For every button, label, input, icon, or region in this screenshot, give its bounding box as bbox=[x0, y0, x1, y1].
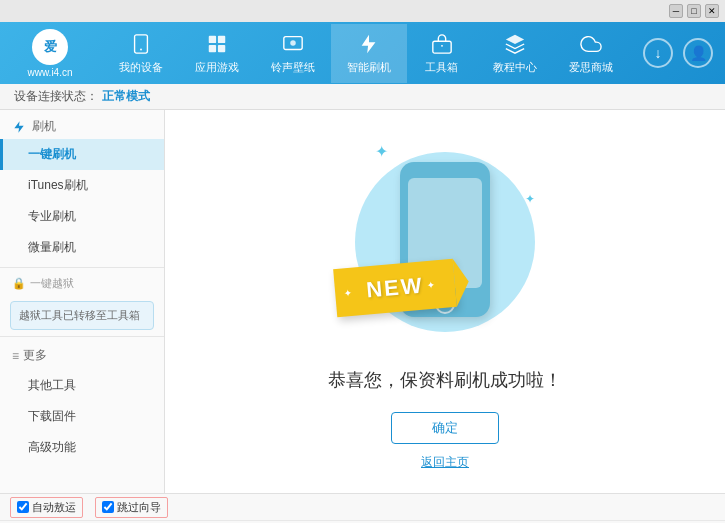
minimize-button[interactable]: ─ bbox=[669, 4, 683, 18]
status-label: 设备连接状态： bbox=[14, 88, 98, 105]
tutorial-icon bbox=[503, 32, 527, 56]
svg-rect-2 bbox=[208, 35, 215, 42]
sidebar-jailbreak-notice-text: 越狱工具已转移至工具箱 bbox=[19, 309, 140, 321]
auto-start-checkbox[interactable] bbox=[17, 501, 29, 513]
main-container: 刷机 一键刷机 iTunes刷机 专业刷机 微量刷机 🔒 一键越狱 越狱工具已转… bbox=[0, 110, 725, 493]
ringtone-icon bbox=[281, 32, 305, 56]
sidebar-item-itunes-flash[interactable]: iTunes刷机 bbox=[0, 170, 164, 201]
content-area: ✦ ✦ ✦ ✦ NEW ✦ 恭喜您，保资料刷机成功啦！ 确定 返回主页 bbox=[165, 110, 725, 493]
nav-app-game-label: 应用游戏 bbox=[195, 60, 239, 75]
success-message: 恭喜您，保资料刷机成功啦！ bbox=[328, 368, 562, 392]
sidebar-item-one-key-flash-label: 一键刷机 bbox=[28, 146, 76, 163]
sidebar-more-header: ≡ 更多 bbox=[0, 341, 164, 370]
svg-rect-3 bbox=[217, 35, 224, 42]
sidebar-flash-label: 刷机 bbox=[32, 118, 56, 135]
skip-wizard-checkbox[interactable] bbox=[102, 501, 114, 513]
title-bar: ─ □ ✕ bbox=[0, 0, 725, 22]
sidebar-item-pro-flash[interactable]: 专业刷机 bbox=[0, 201, 164, 232]
close-button[interactable]: ✕ bbox=[705, 4, 719, 18]
flash-section-icon bbox=[12, 120, 26, 134]
new-badge-text: NEW bbox=[365, 273, 424, 304]
status-value: 正常模式 bbox=[102, 88, 150, 105]
return-link[interactable]: 返回主页 bbox=[421, 454, 469, 471]
skip-wizard-label: 跳过向导 bbox=[117, 500, 161, 515]
auto-start-label: 自动敖运 bbox=[32, 500, 76, 515]
nav-smart-flash[interactable]: 智能刷机 bbox=[331, 24, 407, 83]
sparkle-1: ✦ bbox=[375, 142, 388, 161]
nav-my-device-label: 我的设备 bbox=[119, 60, 163, 75]
sidebar-item-itunes-flash-label: iTunes刷机 bbox=[28, 177, 88, 194]
nav-toolbox-label: 工具箱 bbox=[425, 60, 458, 75]
nav-tutorial-label: 教程中心 bbox=[493, 60, 537, 75]
auto-start-checkbox-label[interactable]: 自动敖运 bbox=[10, 497, 83, 518]
sidebar-more-label: 更多 bbox=[23, 347, 47, 364]
sidebar-item-advanced[interactable]: 高级功能 bbox=[0, 432, 164, 463]
sidebar-item-download-firmware[interactable]: 下载固件 bbox=[0, 401, 164, 432]
maximize-button[interactable]: □ bbox=[687, 4, 701, 18]
logo[interactable]: 爱 www.i4.cn bbox=[0, 29, 100, 78]
nav-smart-flash-label: 智能刷机 bbox=[347, 60, 391, 75]
sidebar-divider-2 bbox=[0, 336, 164, 337]
logo-icon: 爱 bbox=[32, 29, 68, 65]
nav-app-game[interactable]: 应用游戏 bbox=[179, 24, 255, 83]
skip-wizard-checkbox-label[interactable]: 跳过向导 bbox=[95, 497, 168, 518]
sidebar-jailbreak-label: 一键越狱 bbox=[30, 276, 74, 291]
sidebar-section-flash-header: 刷机 bbox=[0, 110, 164, 139]
sidebar-item-other-tools[interactable]: 其他工具 bbox=[0, 370, 164, 401]
checkbox-row: 自动敖运 跳过向导 bbox=[0, 494, 725, 521]
nav-right-buttons: ↓ 👤 bbox=[631, 38, 725, 68]
icloud-icon bbox=[579, 32, 603, 56]
sidebar-item-micro-flash-label: 微量刷机 bbox=[28, 239, 76, 256]
status-bar: 设备连接状态： 正常模式 bbox=[0, 84, 725, 110]
nav-toolbox[interactable]: 工具箱 bbox=[407, 24, 477, 83]
sidebar-item-one-key-flash[interactable]: 一键刷机 bbox=[0, 139, 164, 170]
sidebar-item-advanced-label: 高级功能 bbox=[28, 439, 76, 456]
nav-items: 我的设备 应用游戏 铃声壁纸 智能刷机 工具箱 bbox=[100, 24, 631, 83]
ribbon-star-left: ✦ bbox=[343, 286, 352, 298]
nav-ringtone-label: 铃声壁纸 bbox=[271, 60, 315, 75]
user-button[interactable]: 👤 bbox=[683, 38, 713, 68]
sidebar-item-other-tools-label: 其他工具 bbox=[28, 377, 76, 394]
nav-ringtone[interactable]: 铃声壁纸 bbox=[255, 24, 331, 83]
logo-url: www.i4.cn bbox=[27, 67, 72, 78]
download-button[interactable]: ↓ bbox=[643, 38, 673, 68]
nav-bar: 爱 www.i4.cn 我的设备 应用游戏 铃声壁纸 智能刷机 bbox=[0, 22, 725, 84]
svg-point-7 bbox=[290, 40, 296, 46]
svg-rect-5 bbox=[217, 44, 224, 51]
nav-icloud-label: 爱思商城 bbox=[569, 60, 613, 75]
nav-my-device[interactable]: 我的设备 bbox=[103, 24, 179, 83]
sidebar-jailbreak-header: 🔒 一键越狱 bbox=[0, 272, 164, 295]
nav-icloud[interactable]: 爱思商城 bbox=[553, 24, 629, 83]
success-illustration: ✦ ✦ ✦ ✦ NEW ✦ bbox=[345, 132, 545, 352]
toolbox-icon bbox=[430, 32, 454, 56]
sidebar-item-download-firmware-label: 下载固件 bbox=[28, 408, 76, 425]
svg-rect-8 bbox=[432, 41, 450, 53]
sidebar-jailbreak-notice: 越狱工具已转移至工具箱 bbox=[10, 301, 154, 330]
flash-icon bbox=[357, 32, 381, 56]
sidebar: 刷机 一键刷机 iTunes刷机 专业刷机 微量刷机 🔒 一键越狱 越狱工具已转… bbox=[0, 110, 165, 493]
svg-rect-4 bbox=[208, 44, 215, 51]
app-icon bbox=[205, 32, 229, 56]
ribbon-star-right: ✦ bbox=[426, 279, 435, 291]
sidebar-item-micro-flash[interactable]: 微量刷机 bbox=[0, 232, 164, 263]
sidebar-item-pro-flash-label: 专业刷机 bbox=[28, 208, 76, 225]
confirm-button[interactable]: 确定 bbox=[391, 412, 499, 444]
nav-tutorial[interactable]: 教程中心 bbox=[477, 24, 553, 83]
sidebar-divider-1 bbox=[0, 267, 164, 268]
device-icon bbox=[129, 32, 153, 56]
sparkle-2: ✦ bbox=[525, 192, 535, 206]
bottom-wrapper: 自动敖运 跳过向导 📱 iPhone 12 mini 64GB Down-12m… bbox=[0, 493, 725, 523]
